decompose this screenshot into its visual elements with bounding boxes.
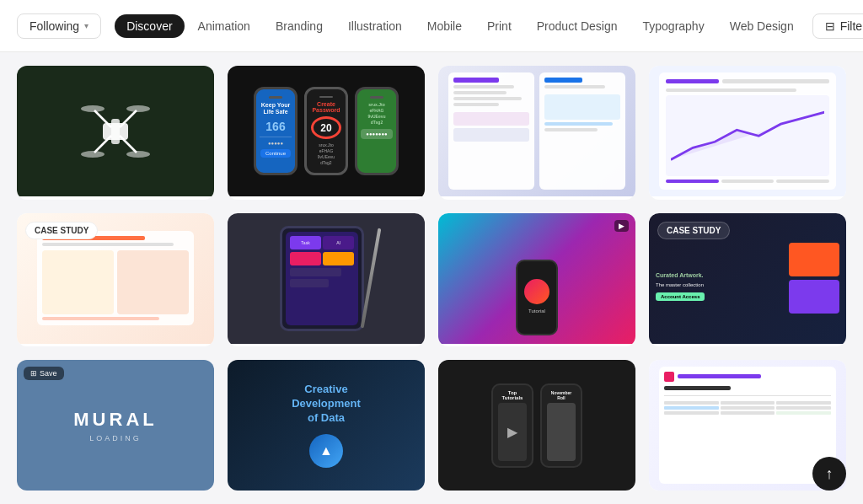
- card-info: U UI8 TEAM ♥ 101 ◉ 8.8k: [649, 344, 846, 347]
- nav-tabs: Discover Animation Branding Illustration…: [115, 14, 806, 38]
- following-label: Following: [29, 19, 79, 33]
- scroll-up-button[interactable]: ↑: [812, 457, 846, 491]
- drone-svg: [78, 94, 153, 169]
- card-creative-data[interactable]: CreativeDevelopmentof Data ▲: [228, 360, 425, 491]
- svg-point-6: [81, 105, 105, 112]
- tab-mobile[interactable]: Mobile: [415, 14, 474, 38]
- svg-point-9: [126, 151, 150, 158]
- svg-line-3: [120, 110, 137, 127]
- card-lay[interactable]: Keep Your Life Safe 166 ●●●●● Continue C…: [228, 66, 425, 200]
- card-info: O Outcrowd PRO ♥ 100 ◉ 5.5k: [228, 344, 425, 347]
- following-button[interactable]: Following ▾: [17, 13, 101, 39]
- svg-line-2: [94, 110, 111, 127]
- save-button-overlay[interactable]: ⊞ Save: [24, 367, 64, 380]
- card-thumbnail: [438, 66, 635, 196]
- card-geex-arts[interactable]: ▶ Tutorial G Geex Arts TEAM ♥ 60 ◉ 2.2k: [438, 213, 635, 347]
- card-mindinventory[interactable]: CASE STUDY M MindInventory TEAM: [17, 213, 214, 347]
- card-info: M MindInventory TEAM ♥ 32 ◉ 812: [17, 344, 214, 347]
- case-study-badge: CASE STUDY: [657, 222, 730, 239]
- tab-discover[interactable]: Discover: [115, 14, 184, 38]
- tab-typography[interactable]: Typography: [631, 14, 716, 38]
- tab-product-design[interactable]: Product Design: [525, 14, 630, 38]
- tab-branding[interactable]: Branding: [264, 14, 335, 38]
- card-anais-1[interactable]: A Anaïs Cailhol PRO ♥ 1 ◉ 25: [438, 66, 635, 200]
- card-info: A Anaïs Cailhol PRO ♥ 1 ◉ 25: [438, 196, 635, 200]
- svg-rect-1: [111, 119, 120, 144]
- svg-line-5: [120, 136, 137, 153]
- card-interactive-design[interactable]: I Interactive Design Co. TEAM ♥ 1 ◉ 8: [17, 66, 214, 200]
- card-info: I Interactive Design Co. TEAM ♥ 1 ◉ 8: [17, 196, 214, 200]
- card-thumbnail: CASE STUDY Curated Artwork. The master c…: [649, 213, 846, 344]
- card-mural[interactable]: ⊞ Save MURAL LOADING: [17, 360, 214, 491]
- svg-point-8: [81, 151, 105, 158]
- tab-web-design[interactable]: Web Design: [718, 14, 806, 38]
- card-thumbnail: ⊞ Save MURAL LOADING: [17, 360, 214, 491]
- chevron-down-icon: ▾: [84, 21, 88, 30]
- card-outcrowd[interactable]: Task AI O Outcrowd PRO: [228, 213, 425, 347]
- card-thumbnail: Keep Your Life Safe 166 ●●●●● Continue C…: [228, 66, 425, 196]
- filters-icon: ⊟: [825, 19, 835, 33]
- card-thumbnail: ▶ Tutorial: [438, 213, 635, 344]
- tab-illustration[interactable]: Illustration: [336, 14, 414, 38]
- card-info: G Geex Arts TEAM ♥ 60 ◉ 2.2k: [438, 344, 635, 347]
- card-thumbnail: CASE STUDY: [17, 213, 214, 344]
- card-info: A Anaïs Cailhol PRO ♥ 1 ◉ 24: [649, 196, 846, 200]
- card-phone-tutorials[interactable]: TopTutorials ▶ NovemberRoll: [438, 360, 635, 491]
- case-study-badge: CASE STUDY: [25, 222, 98, 239]
- card-thumbnail: [649, 66, 846, 196]
- card-info: L Lay PRO ♥ 11 ◉ 165: [228, 196, 425, 200]
- svg-line-4: [94, 136, 111, 153]
- video-badge: ▶: [614, 220, 629, 232]
- card-thumbnail: CreativeDevelopmentof Data ▲: [228, 360, 425, 491]
- card-ui8[interactable]: CASE STUDY Curated Artwork. The master c…: [649, 213, 846, 347]
- cards-grid: I Interactive Design Co. TEAM ♥ 1 ◉ 8 Ke…: [0, 52, 863, 504]
- card-anais-2[interactable]: A Anaïs Cailhol PRO ♥ 1 ◉ 24: [649, 66, 846, 200]
- filters-button[interactable]: ⊟ Filters: [812, 13, 863, 39]
- filters-label: Filters: [840, 19, 863, 33]
- header: Following ▾ Discover Animation Branding …: [0, 0, 863, 52]
- mural-logo-text: MURAL: [73, 409, 157, 431]
- card-thumbnail: [17, 66, 214, 196]
- mural-loading-text: LOADING: [89, 434, 142, 442]
- creative-title: CreativeDevelopmentof Data: [292, 383, 361, 426]
- card-thumbnail: Task AI: [228, 213, 425, 344]
- svg-point-7: [126, 105, 150, 112]
- card-thumbnail: TopTutorials ▶ NovemberRoll: [438, 360, 635, 491]
- tab-print[interactable]: Print: [475, 14, 523, 38]
- tab-animation[interactable]: Animation: [186, 14, 262, 38]
